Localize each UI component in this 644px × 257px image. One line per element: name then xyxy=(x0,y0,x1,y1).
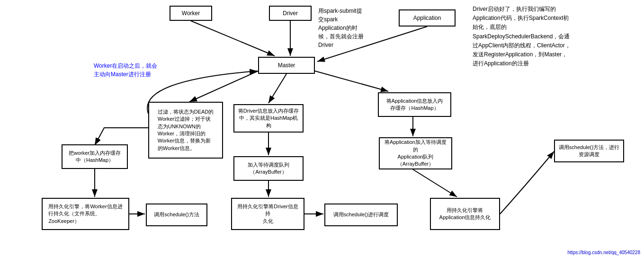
svg-line-3 xyxy=(191,21,275,56)
schedule-call2-box: 调用schedule()进行调度 xyxy=(324,204,398,226)
app-queue-box: 将Application加入等待调度的Application队列（ArrayBu… xyxy=(379,137,452,169)
svg-line-7 xyxy=(315,71,388,91)
worker-cache-box: 把worker加入内存缓存中（HashMap） xyxy=(62,144,128,169)
worker-top-box: Worker xyxy=(170,6,212,21)
spark-submit-text: 用spark-submit提交sparkApplication的时候，首先就会注… xyxy=(318,7,387,49)
worker-persist-box: 用持久化引擎，将Worker信息进行持久化（文件系统、ZooKeeper） xyxy=(42,198,129,230)
driver-queue-box: 加入等待调度队列（ArrayBuffer） xyxy=(233,156,304,181)
filter-worker-box: 过滤，将状态为DEAD的Worker过滤掉；对于状态为UNKNOWN的Worke… xyxy=(148,102,223,159)
master-box: Master xyxy=(258,57,315,74)
driver-box: Driver xyxy=(269,6,312,21)
svg-line-6 xyxy=(268,74,286,103)
schedule-res-box: 调用schedule()方法，进行资源调度 xyxy=(554,140,624,162)
worker-register-text: Worker在启动之后，就会主动向Master进行注册 xyxy=(94,62,170,79)
svg-line-5 xyxy=(189,71,258,102)
app-persist-box: 用持久化引擎将Application信息持久化 xyxy=(430,198,500,230)
diagram-area: Worker Driver Application Master 过滤，将状态为… xyxy=(0,0,644,257)
watermark: https://blog.csdn.net/qq_40540228 xyxy=(568,250,640,255)
driver-mem-box: 将Driver信息放入内存缓存中，其实就是HashMap机构 xyxy=(233,104,304,133)
application-box: Application xyxy=(399,9,456,27)
svg-line-14 xyxy=(413,169,457,197)
right-desc-text: Driver启动好了，执行我们编写的 Application代码，执行Spark… xyxy=(473,5,636,68)
schedule-call-box: 调用schedule()方法 xyxy=(146,204,207,226)
driver-persist-box: 用持久化引擎将Driver信息持久化 xyxy=(231,198,304,230)
app-mem-box: 将Application信息放入内存缓存（HashMap） xyxy=(378,92,451,117)
